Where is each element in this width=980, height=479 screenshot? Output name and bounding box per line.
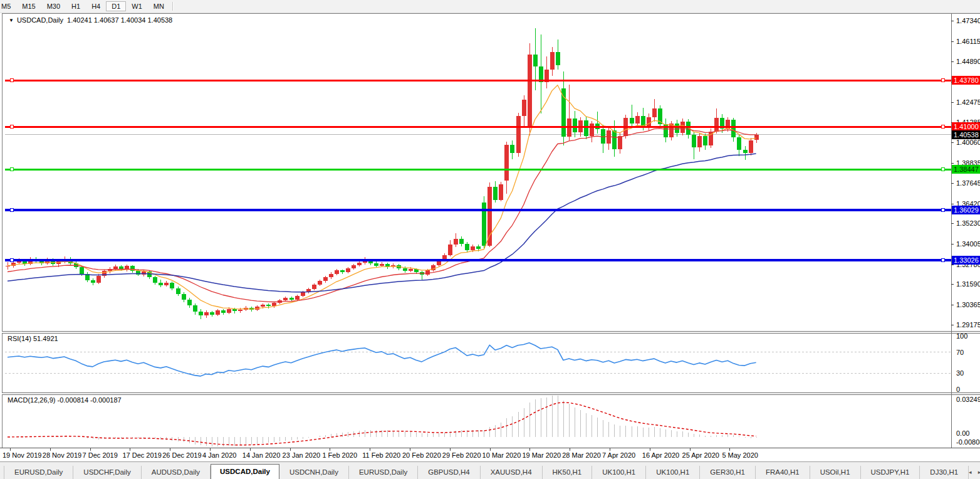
chart-tab-usdchf-daily[interactable]: USDCHF,Daily [73, 466, 141, 479]
chart-tab-dj30-h1[interactable]: DJ30,H1 [920, 466, 969, 479]
hline-price-badge: 1.43780 [952, 76, 980, 85]
price-axis-label: 1.35230 [956, 219, 980, 227]
tab-scroll-left-icon[interactable]: ◂ [969, 469, 972, 475]
time-axis-tick [130, 448, 130, 451]
chart-tab-uk100-h1[interactable]: UK100,H1 [646, 466, 700, 479]
time-axis-tick [170, 448, 170, 451]
hline-price-badge: 1.36029 [952, 206, 980, 214]
chart-tab-usdjpy-h1[interactable]: USDJPY,H1 [861, 466, 920, 479]
time-axis-tick [570, 448, 570, 451]
hline-price-badge: 1.33026 [952, 256, 980, 265]
price-axis-label: 1.29175 [956, 321, 980, 329]
time-axis-tick [610, 448, 610, 451]
time-axis-tick [90, 448, 91, 451]
chart-tab-audusd-daily[interactable]: AUDUSD,Daily [142, 466, 211, 479]
rsi-axis-label: 100 [956, 332, 967, 340]
price-chart-canvas[interactable] [5, 14, 951, 331]
price-axis-label: 1.46115 [956, 38, 980, 45]
mt4-window: M5M15M30H1H4D1W1MN ▼USDCAD,Daily 1.40241… [0, 0, 980, 479]
price-axis-tick [951, 163, 954, 164]
macd-canvas[interactable] [5, 395, 951, 448]
toolbar-separator [172, 2, 173, 11]
price-axis-label: 1.31590 [956, 280, 980, 288]
price-axis-tick [951, 325, 954, 325]
rsi-canvas[interactable] [5, 334, 951, 392]
price-axis-tick [951, 183, 954, 184]
macd-label: MACD(12,26,9) -0.000814 -0.000187 [8, 396, 122, 404]
price-axis-tick [951, 142, 954, 143]
time-axis-label: 25 Apr 2020 [682, 451, 719, 459]
macd-axis-label: -0.008086 [956, 438, 980, 446]
timeframe-button-M30[interactable]: M30 [41, 1, 66, 11]
price-axis-label: 1.30365 [956, 301, 980, 308]
time-axis-tick [450, 448, 451, 451]
price-axis-tick [951, 223, 954, 224]
timeframe-button-MN[interactable]: MN [148, 1, 170, 11]
price-axis-label: 1.42475 [956, 98, 980, 106]
rsi-axis-label: 0 [956, 386, 960, 393]
time-axis-label: 1 Feb 2020 [322, 451, 357, 459]
timeframe-button-M5[interactable]: M5 [0, 1, 16, 11]
time-axis-label: 7 Dec 2019 [83, 451, 118, 459]
time-axis-tick [490, 448, 491, 451]
time-axis-tick [250, 448, 251, 451]
timeframe-button-W1[interactable]: W1 [126, 1, 148, 11]
time-axis-label: 20 Feb 2020 [402, 451, 441, 459]
time-axis-label: 17 Dec 2019 [122, 451, 161, 459]
price-axis-tick [951, 41, 954, 42]
chart-symbol-label: USDCAD,Daily [17, 16, 63, 24]
chart-tab-usdcnh-daily[interactable]: USDCNH,Daily [279, 466, 349, 479]
time-axis-label: 5 May 2020 [722, 451, 758, 459]
rsi-label: RSI(14) 51.4921 [8, 335, 58, 342]
price-axis: 1.473401.461151.448901.436651.424751.412… [951, 14, 980, 448]
chart-tab-ger30-h1[interactable]: GER30,H1 [700, 466, 756, 479]
timeframe-button-D1[interactable]: D1 [106, 1, 126, 11]
macd-axis-label: 0.00 [956, 429, 969, 437]
current-price-badge: 1.40538 [952, 130, 980, 139]
timeframe-button-H1[interactable]: H1 [66, 1, 86, 11]
chart-tab-eurusd-daily[interactable]: EURUSD,Daily [349, 466, 418, 479]
time-axis-label: 14 Jan 2020 [242, 451, 281, 459]
time-axis-tick [290, 448, 291, 451]
time-axis-label: 26 Dec 2019 [162, 451, 201, 459]
time-axis-tick [210, 448, 211, 451]
chart-tab-fra40-h1[interactable]: FRA40,H1 [756, 466, 810, 479]
price-axis-tick [951, 102, 954, 103]
chart-tab-uk100-h1[interactable]: UK100,H1 [592, 466, 646, 479]
chart-ohlc-values: 1.40241 1.40637 1.40034 1.40538 [67, 16, 172, 24]
time-axis-tick [690, 448, 691, 451]
macd-axis-label: 0.032493 [956, 396, 980, 403]
chart-tab-usdcad-daily[interactable]: USDCAD,Daily [211, 464, 279, 479]
timeframe-button-H4[interactable]: H4 [86, 1, 106, 11]
chart-tab-hk50-h1[interactable]: HK50,H1 [543, 466, 593, 479]
time-axis-label: 7 Apr 2020 [602, 451, 635, 459]
rsi-axis-label: 70 [956, 349, 964, 356]
chart-tab-gbpusd-h4[interactable]: GBPUSD,H4 [418, 466, 480, 479]
rsi-axis-label: 30 [956, 369, 964, 377]
price-axis-tick [951, 204, 954, 204]
time-axis-tick [370, 448, 370, 451]
hline-price-badge: 1.38447 [952, 165, 980, 174]
tab-scroll-right-icon[interactable]: ▸ [978, 469, 980, 475]
time-axis-label: 19 Mar 2020 [522, 451, 561, 459]
time-axis-tick [330, 448, 330, 451]
chart-dropdown-icon[interactable]: ▼ [9, 18, 14, 23]
price-axis-label: 1.47340 [956, 17, 980, 24]
chart-tab-xauusd-h4[interactable]: XAUUSD,H4 [481, 466, 543, 479]
time-axis-label: 28 Nov 2019 [43, 451, 81, 459]
time-axis-tick [10, 448, 11, 451]
price-axis-tick [951, 61, 954, 62]
time-axis-label: 29 Feb 2020 [442, 451, 481, 459]
time-axis-tick [650, 448, 650, 451]
tab-scroll-nav: ◂▸ [969, 469, 980, 479]
time-axis-label: 23 Jan 2020 [283, 451, 321, 459]
time-axis-label: 11 Feb 2020 [362, 451, 400, 459]
chart-tab-eurusd-daily[interactable]: EURUSD,Daily [4, 466, 73, 479]
time-axis-tick [529, 448, 530, 451]
timeframe-button-M15[interactable]: M15 [16, 1, 41, 11]
price-axis-tick [951, 305, 954, 305]
timeframe-toolbar: M5M15M30H1H4D1W1MN [0, 0, 980, 13]
price-axis-label: 1.44890 [956, 58, 980, 65]
chart-tab-usoil-h1[interactable]: USOil,H1 [810, 466, 861, 479]
time-axis-label: 19 Nov 2019 [3, 451, 41, 459]
